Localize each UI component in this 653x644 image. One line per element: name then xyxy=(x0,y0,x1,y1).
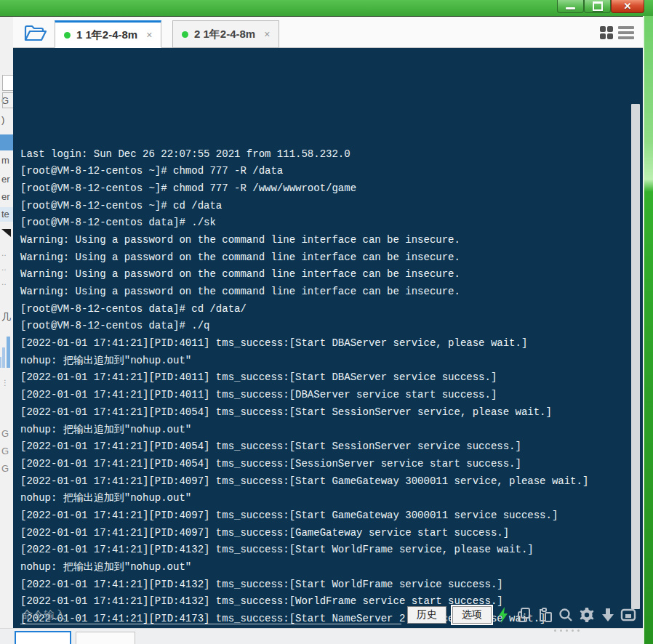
sliver-text-fragment: er xyxy=(1,191,10,202)
paste-icon[interactable] xyxy=(537,606,554,624)
bottom-tab-inactive[interactable] xyxy=(76,632,135,644)
minimize-icon xyxy=(566,7,575,9)
terminal-line: Warning: Using a password on the command… xyxy=(20,283,625,301)
terminal-line: [root@VM-8-12-centos data]# ./q xyxy=(20,318,625,335)
options-button[interactable]: 选项 xyxy=(452,606,492,624)
sliver-text-fragment: m xyxy=(1,155,9,166)
sliver-text-fragment: ) xyxy=(1,114,4,125)
sliver-dropdown-arrow xyxy=(1,229,11,237)
terminal-line: [2022-01-01 17:41:21][PID:4132] tms_succ… xyxy=(20,576,625,594)
history-button[interactable]: 历史 xyxy=(407,606,446,624)
bottom-tab-active[interactable] xyxy=(15,631,71,644)
connection-status-dot xyxy=(64,32,71,39)
sliver-text-fragment: G xyxy=(1,463,9,474)
terminal-line: [2022-01-01 17:41:21][PID:4132] tms_succ… xyxy=(20,542,625,559)
window-border-right xyxy=(644,16,653,644)
search-icon[interactable] xyxy=(558,606,575,624)
tab-bar: 1 1年2-4-8m × 2 1年2-4-8m × xyxy=(0,17,644,48)
menu-icon[interactable] xyxy=(618,26,634,39)
lightning-icon[interactable] xyxy=(495,606,513,624)
open-folder-icon xyxy=(24,25,47,42)
tab-session-2[interactable]: 2 1年2-4-8m × xyxy=(172,20,279,48)
background-window-sliver: G ) m er er te ‥ ‥ ‥ 几 ⋮ G G G xyxy=(0,17,13,628)
terminal-line: [root@VM-8-12-centos ~]# chmod 777 -R /d… xyxy=(20,163,625,180)
maximize-button[interactable] xyxy=(584,0,611,13)
tab-close-icon[interactable]: × xyxy=(146,29,152,41)
close-icon: ✕ xyxy=(624,1,632,11)
terminal-panel[interactable]: Last login: Sun Dec 26 22:07:55 2021 fro… xyxy=(13,48,643,628)
terminal-line: nohup: 把输出追加到"nohup.out" xyxy=(20,422,625,439)
tab-session-1[interactable]: 1 1年2-4-8m × xyxy=(55,20,161,48)
sliver-chart-bar xyxy=(0,357,1,368)
tab-label: 1 1年2-4-8m xyxy=(76,28,137,42)
sliver-text-fragment: er xyxy=(1,174,10,185)
sliver-text-fragment: 几 xyxy=(1,310,11,323)
terminal-line: Warning: Using a password on the command… xyxy=(20,232,625,249)
terminal-line: [2022-01-01 17:41:21][PID:4054] tms_succ… xyxy=(20,438,625,456)
splitter-handle[interactable] xyxy=(554,629,580,632)
terminal-line: Warning: Using a password on the command… xyxy=(20,266,625,283)
titlebar: ✕ xyxy=(0,0,653,17)
close-button[interactable]: ✕ xyxy=(611,0,644,13)
sliver-chart-bar xyxy=(7,337,10,368)
terminal-line: [2022-01-01 17:41:21][PID:4054] tms_succ… xyxy=(20,404,625,422)
sliver-text-fragment: G xyxy=(1,428,9,439)
monitor-icon[interactable] xyxy=(620,606,637,624)
terminal-scrollbar-thumb[interactable] xyxy=(631,104,640,609)
tab-close-icon[interactable]: × xyxy=(264,28,270,40)
open-connection-button[interactable] xyxy=(20,23,51,44)
terminal-line: nohup: 把输出追加到"nohup.out" xyxy=(20,559,625,576)
grid-view-icon[interactable] xyxy=(600,26,614,40)
terminal-line: [2022-01-01 17:41:21][PID:4011] tms_succ… xyxy=(20,335,625,353)
connection-status-dot xyxy=(182,31,188,38)
terminal-line: [root@VM-8-12-centos ~]# cd /data xyxy=(20,198,625,215)
command-input[interactable] xyxy=(20,606,401,624)
gear-icon[interactable] xyxy=(578,606,596,624)
terminal-line: Last login: Sun Dec 26 22:07:55 2021 fro… xyxy=(20,146,625,164)
sliver-text-fragment: te xyxy=(1,209,9,220)
sliver-selected-row xyxy=(0,134,13,150)
command-bar: 历史 选项 xyxy=(13,605,643,628)
terminal-output: Last login: Sun Dec 26 22:07:55 2021 fro… xyxy=(20,60,625,644)
terminal-line: [2022-01-01 17:41:21][PID:4097] tms_succ… xyxy=(20,473,625,491)
terminal-line: [root@VM-8-12-centos data]# cd /data/ xyxy=(20,301,625,318)
sliver-input-fragment xyxy=(2,75,13,91)
minimize-button[interactable] xyxy=(557,0,584,13)
terminal-lines: Last login: Sun Dec 26 22:07:55 2021 fro… xyxy=(20,94,625,644)
maximize-icon xyxy=(593,1,603,11)
sliver-text-fragment: G xyxy=(1,446,9,456)
app-window: { "window": { "controls": { "minimize": … xyxy=(0,0,653,644)
terminal-line: Warning: Using a password on the command… xyxy=(20,249,625,267)
terminal-line: [root@VM-8-12-centos ~]# chmod 777 -R /w… xyxy=(20,180,625,198)
terminal-line: [2022-01-01 17:41:21][PID:4097] tms_succ… xyxy=(20,525,625,542)
terminal-line: [2022-01-01 17:41:21][PID:4011] tms_succ… xyxy=(20,387,625,404)
tab-label: 2 1年2-4-8m xyxy=(194,28,255,41)
terminal-line: nohup: 把输出追加到"nohup.out" xyxy=(20,353,625,370)
terminal-line: [2022-01-01 17:41:21][PID:4097] tms_succ… xyxy=(20,507,625,525)
window-controls: ✕ xyxy=(557,0,644,13)
terminal-line: [2022-01-01 17:41:21][PID:4011] tms_succ… xyxy=(20,369,625,387)
terminal-line: nohup: 把输出追加到"nohup.out" xyxy=(20,490,625,507)
terminal-line: [2022-01-01 17:41:21][PID:4054] tms_succ… xyxy=(20,456,625,473)
copy-icon[interactable] xyxy=(516,606,533,624)
bottom-panel-strip xyxy=(0,628,644,644)
download-arrow-icon[interactable] xyxy=(599,606,617,624)
terminal-line: [root@VM-8-12-centos data]# ./sk xyxy=(20,214,625,232)
sliver-chart-bar xyxy=(2,347,5,368)
